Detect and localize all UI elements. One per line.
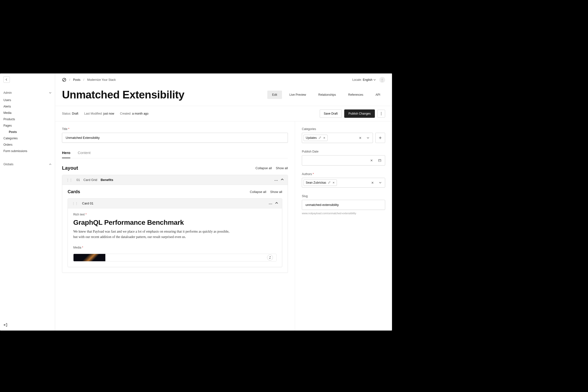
card-block: ⋮⋮ Card 01 xyxy=(68,198,282,267)
cards-show-all[interactable]: Show all xyxy=(270,190,282,194)
block-name: Benefits xyxy=(101,178,113,182)
chip-edit-icon[interactable] xyxy=(328,181,330,184)
sidebar-item-pages[interactable]: Pages xyxy=(0,122,55,129)
authors-clear-button[interactable]: ✕ xyxy=(369,180,376,186)
sidebar-item-form-submissions[interactable]: Form submissions xyxy=(0,148,55,154)
categories-clear-button[interactable]: ✕ xyxy=(357,135,363,141)
tab-references[interactable]: References xyxy=(343,90,368,99)
title-row: Unmatched Extensibility Edit Live Previe… xyxy=(55,86,392,106)
more-horizontal-icon xyxy=(274,180,278,181)
media-thumbnail[interactable] xyxy=(74,254,105,261)
rich-text-label: Rich text xyxy=(73,213,85,216)
sidebar-item-users[interactable]: Users xyxy=(0,97,55,103)
layout-heading: Layout xyxy=(62,165,78,171)
svg-point-2 xyxy=(382,79,383,80)
svg-point-10 xyxy=(270,204,271,204)
svg-point-8 xyxy=(277,180,278,181)
topbar: / Posts / Modernize Your Stack Locale: E… xyxy=(55,74,392,86)
breadcrumb-sep: / xyxy=(83,78,84,82)
sidebar-item-orders[interactable]: Orders xyxy=(0,142,55,148)
sidebar-item-categories[interactable]: Categories xyxy=(0,135,55,142)
content-column: Title * Hero Content Layout Collapse all… xyxy=(55,122,295,330)
status-value: Draft xyxy=(72,112,78,115)
svg-rect-12 xyxy=(378,160,381,162)
status-label: Status: xyxy=(62,112,71,115)
view-tabs: Edit Live Preview Relationships Referenc… xyxy=(267,90,385,99)
page-title: Unmatched Extensibility xyxy=(62,89,185,101)
sidebar-item-media[interactable]: Media xyxy=(0,110,55,116)
status-group: Status: Draft xyxy=(62,112,78,115)
media-swap-button[interactable] xyxy=(267,255,273,260)
required-marker: * xyxy=(82,246,83,249)
rich-text-body[interactable]: We knew that Payload was fast and we pla… xyxy=(73,229,230,240)
title-input[interactable] xyxy=(62,133,288,143)
card-more-button[interactable] xyxy=(269,202,272,205)
field-categories: Categories Updates ✕ xyxy=(302,127,385,143)
publish-date-clear-button[interactable]: ✕ xyxy=(368,157,375,164)
sidebar-collapse-button[interactable] xyxy=(4,76,10,83)
cards-collapse-all[interactable]: Collapse all xyxy=(250,190,266,194)
sub-tabs: Hero Content xyxy=(62,150,288,158)
categories-dropdown-button[interactable] xyxy=(365,135,371,141)
cards-heading: Cards xyxy=(68,189,80,194)
sidebar-item-products[interactable]: Products xyxy=(0,116,55,122)
card-collapse-button[interactable] xyxy=(275,202,278,205)
chip-remove-icon[interactable]: ✕ xyxy=(323,136,325,140)
edit-icon xyxy=(328,181,330,184)
chip-edit-icon[interactable] xyxy=(319,136,321,140)
drag-handle-icon[interactable]: ⋮⋮ xyxy=(72,202,79,205)
card-block-header: ⋮⋮ Card 01 xyxy=(68,198,282,208)
sidebar-section-globals[interactable]: Globals xyxy=(0,161,55,168)
logout-button[interactable] xyxy=(4,323,7,328)
sidebar: Admin Users Alerts Media Products Pages … xyxy=(0,74,55,330)
svg-point-6 xyxy=(275,180,275,181)
sidebar-item-posts[interactable]: Posts xyxy=(0,129,55,135)
publish-button[interactable]: Publish Changes xyxy=(344,110,375,118)
main: / Posts / Modernize Your Stack Locale: E… xyxy=(55,74,392,330)
side-column: Categories Updates ✕ xyxy=(295,122,392,330)
publish-date-input[interactable]: ✕ xyxy=(302,155,385,166)
sidebar-section-admin[interactable]: Admin xyxy=(0,90,55,96)
sidebar-section-label: Admin xyxy=(4,91,12,94)
logo-icon xyxy=(62,78,66,82)
more-actions-button[interactable] xyxy=(377,110,385,118)
authors-dropdown-button[interactable] xyxy=(377,180,383,186)
sidebar-section-label: Globals xyxy=(4,162,14,166)
categories-input[interactable]: Updates ✕ ✕ xyxy=(302,133,373,143)
slug-input[interactable] xyxy=(302,200,385,210)
user-icon xyxy=(380,78,384,82)
chip-remove-icon[interactable]: ✕ xyxy=(332,181,335,184)
breadcrumb-collection[interactable]: Posts xyxy=(73,78,80,82)
sidebar-nav: Users Alerts Media Products Pages Posts … xyxy=(0,97,55,154)
categories-add-button[interactable] xyxy=(375,133,385,143)
block-collapse-button[interactable] xyxy=(281,178,284,182)
chevron-down-icon xyxy=(367,136,369,139)
sub-tab-content[interactable]: Content xyxy=(78,150,91,158)
locale-select[interactable]: Locale: English xyxy=(352,78,376,82)
authors-label: Authors xyxy=(302,172,312,176)
cards-header: Cards Collapse all Show all xyxy=(68,189,282,194)
drag-handle-icon[interactable]: ⋮⋮ xyxy=(66,178,73,182)
layout-show-all[interactable]: Show all xyxy=(276,166,288,170)
layout-block: ⋮⋮ 01 Card Grid Benefits xyxy=(62,175,288,273)
tab-edit[interactable]: Edit xyxy=(267,90,282,99)
layout-collapse-all[interactable]: Collapse all xyxy=(256,166,272,170)
svg-point-11 xyxy=(271,204,272,204)
block-more-button[interactable] xyxy=(274,178,278,182)
tab-live-preview[interactable]: Live Preview xyxy=(284,90,311,99)
rich-text-title[interactable]: GraphQL Performance Benchmark xyxy=(73,219,277,226)
tab-relationships[interactable]: Relationships xyxy=(313,90,341,99)
created-value: a month ago xyxy=(132,112,149,115)
required-marker: * xyxy=(86,213,87,216)
avatar[interactable] xyxy=(379,77,385,83)
chevron-up-icon xyxy=(281,178,284,181)
save-draft-button[interactable]: Save Draft xyxy=(320,110,342,118)
breadcrumb-current: Modernize Your Stack xyxy=(87,78,116,82)
sidebar-item-alerts[interactable]: Alerts xyxy=(0,103,55,110)
publish-date-calendar-button[interactable] xyxy=(377,157,383,164)
tab-api[interactable]: API xyxy=(371,90,385,99)
authors-input[interactable]: Sean Zubrickas ✕ ✕ xyxy=(302,178,385,188)
block-index: 01 xyxy=(77,178,80,182)
sub-tab-hero[interactable]: Hero xyxy=(62,150,70,158)
logout-icon xyxy=(4,323,7,327)
